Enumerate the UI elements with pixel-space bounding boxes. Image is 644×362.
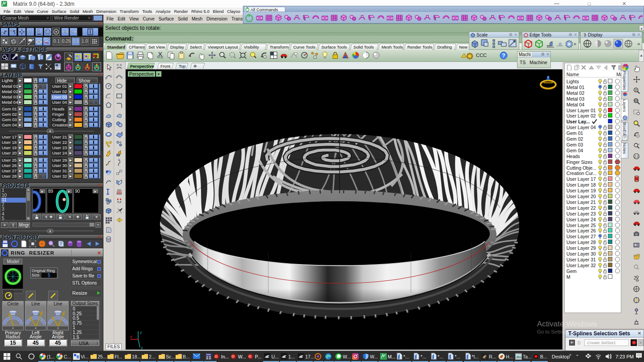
- svg-text:x: x: [130, 334, 132, 339]
- svg-text:z: z: [140, 330, 142, 335]
- svg-text:2: 2: [634, 276, 636, 281]
- svg-text:?: ?: [502, 53, 505, 59]
- svg-text:y: y: [141, 346, 143, 350]
- svg-text:1:1: 1:1: [634, 155, 639, 158]
